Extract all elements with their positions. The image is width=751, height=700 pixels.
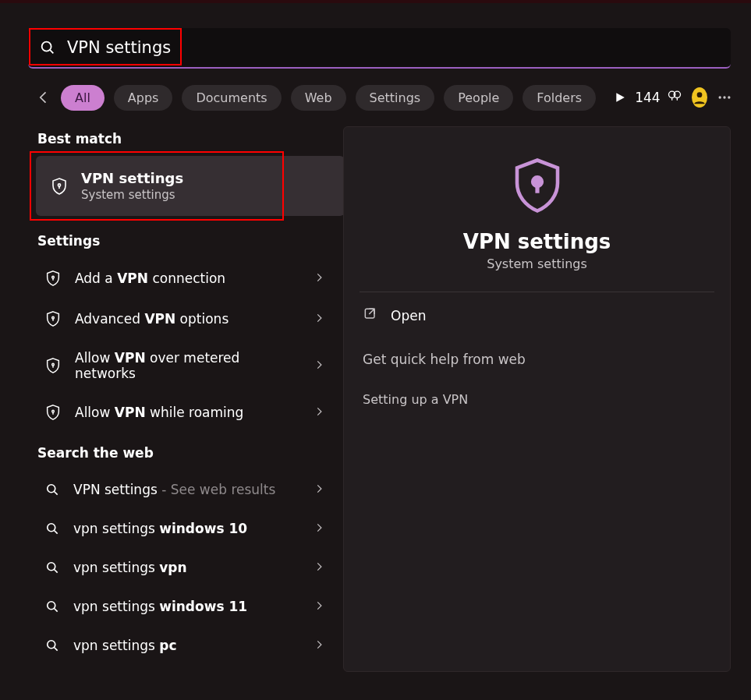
shield-icon bbox=[44, 309, 62, 328]
svg-point-19 bbox=[48, 485, 55, 493]
rewards-indicator[interactable]: 144 bbox=[635, 88, 682, 107]
filter-apps[interactable]: Apps bbox=[114, 85, 173, 111]
chevron-right-icon bbox=[314, 521, 324, 536]
search-input[interactable] bbox=[56, 37, 720, 58]
chevron-right-icon bbox=[314, 638, 324, 653]
search-icon bbox=[39, 39, 56, 56]
result-label: vpn settings vpn bbox=[73, 560, 301, 575]
svg-point-25 bbox=[48, 602, 55, 610]
setting-add-vpn-connection[interactable]: Add a VPN connection bbox=[36, 258, 332, 299]
svg-line-22 bbox=[55, 531, 58, 534]
open-label: Open bbox=[391, 308, 426, 323]
filter-web[interactable]: Web bbox=[291, 85, 346, 111]
web-result-windows11[interactable]: vpn settings windows 11 bbox=[36, 587, 332, 626]
svg-point-13 bbox=[52, 316, 55, 319]
section-settings: Settings bbox=[37, 233, 343, 249]
svg-point-27 bbox=[48, 641, 55, 649]
svg-rect-30 bbox=[535, 184, 539, 193]
result-label: Allow VPN over metered networks bbox=[75, 350, 301, 381]
svg-point-7 bbox=[723, 96, 725, 98]
svg-point-23 bbox=[48, 563, 55, 571]
preview-help-link[interactable]: Setting up a VPN bbox=[344, 380, 730, 419]
svg-line-1 bbox=[50, 50, 53, 53]
result-label: vpn settings pc bbox=[73, 638, 301, 653]
preview-open-action[interactable]: Open bbox=[344, 292, 730, 339]
shield-icon bbox=[50, 177, 69, 196]
chevron-right-icon bbox=[314, 405, 324, 420]
setting-advanced-vpn-options[interactable]: Advanced VPN options bbox=[36, 299, 332, 339]
svg-point-11 bbox=[52, 276, 55, 278]
filter-people[interactable]: People bbox=[444, 85, 513, 111]
play-button[interactable] bbox=[615, 86, 625, 109]
rewards-count: 144 bbox=[635, 90, 660, 105]
chevron-right-icon bbox=[314, 359, 324, 373]
result-label: VPN settings - See web results bbox=[73, 482, 301, 497]
best-match-result[interactable]: VPN settings System settings bbox=[36, 156, 345, 216]
filter-documents[interactable]: Documents bbox=[182, 85, 281, 111]
svg-point-21 bbox=[48, 524, 55, 532]
web-result-windows10[interactable]: vpn settings windows 10 bbox=[36, 509, 332, 548]
svg-point-9 bbox=[58, 183, 60, 186]
result-label: Advanced VPN options bbox=[75, 311, 301, 327]
web-result-vpn-settings[interactable]: VPN settings - See web results bbox=[36, 470, 332, 509]
chevron-right-icon bbox=[314, 599, 324, 614]
svg-point-8 bbox=[728, 96, 730, 98]
shield-icon bbox=[44, 403, 62, 422]
search-icon bbox=[44, 598, 61, 615]
chevron-right-icon bbox=[314, 312, 324, 327]
filter-row: All Apps Documents Web Settings People F… bbox=[36, 84, 728, 111]
search-bar[interactable] bbox=[28, 28, 731, 69]
best-match-subtitle: System settings bbox=[81, 188, 183, 202]
user-avatar[interactable] bbox=[692, 87, 707, 108]
chevron-right-icon bbox=[314, 483, 324, 497]
section-best-match: Best match bbox=[37, 131, 343, 147]
svg-point-6 bbox=[718, 96, 721, 98]
chevron-right-icon bbox=[314, 271, 324, 286]
svg-point-0 bbox=[42, 42, 51, 51]
result-label: vpn settings windows 11 bbox=[73, 599, 301, 614]
result-label: Add a VPN connection bbox=[75, 270, 301, 286]
preview-help-header: Get quick help from web bbox=[344, 339, 730, 380]
result-label: vpn settings windows 10 bbox=[73, 521, 301, 536]
shield-icon-large bbox=[507, 155, 568, 216]
section-search-web: Search the web bbox=[37, 445, 343, 461]
svg-line-32 bbox=[369, 309, 374, 314]
web-result-pc[interactable]: vpn settings pc bbox=[36, 626, 332, 665]
preview-panel: VPN settings System settings Open Get qu… bbox=[343, 126, 731, 672]
setting-allow-vpn-roaming[interactable]: Allow VPN while roaming bbox=[36, 392, 332, 433]
search-icon bbox=[44, 637, 61, 654]
search-icon bbox=[44, 481, 61, 498]
svg-line-26 bbox=[55, 609, 58, 612]
preview-subtitle: System settings bbox=[487, 256, 587, 271]
shield-icon bbox=[44, 269, 62, 288]
search-icon bbox=[44, 520, 61, 537]
rewards-icon bbox=[667, 88, 682, 107]
search-icon bbox=[44, 559, 61, 576]
svg-line-24 bbox=[55, 570, 58, 573]
svg-point-15 bbox=[52, 363, 55, 366]
back-button[interactable] bbox=[36, 84, 51, 111]
chevron-right-icon bbox=[314, 560, 324, 575]
svg-marker-2 bbox=[616, 93, 625, 102]
svg-line-20 bbox=[55, 492, 58, 495]
filter-folders[interactable]: Folders bbox=[523, 85, 596, 111]
more-button[interactable] bbox=[717, 90, 732, 105]
open-icon bbox=[363, 306, 378, 325]
preview-title: VPN settings bbox=[463, 230, 611, 253]
filter-settings[interactable]: Settings bbox=[356, 85, 435, 111]
filter-all[interactable]: All bbox=[61, 85, 105, 111]
web-result-vpn[interactable]: vpn settings vpn bbox=[36, 548, 332, 587]
result-label: Allow VPN while roaming bbox=[75, 405, 301, 420]
svg-point-5 bbox=[696, 92, 702, 97]
best-match-title: VPN settings bbox=[81, 170, 183, 186]
shield-icon bbox=[44, 356, 62, 375]
results-panel: Best match VPN settings System settings … bbox=[0, 126, 343, 672]
svg-point-17 bbox=[52, 410, 55, 412]
setting-allow-vpn-metered[interactable]: Allow VPN over metered networks bbox=[36, 339, 332, 392]
svg-line-28 bbox=[55, 648, 58, 651]
